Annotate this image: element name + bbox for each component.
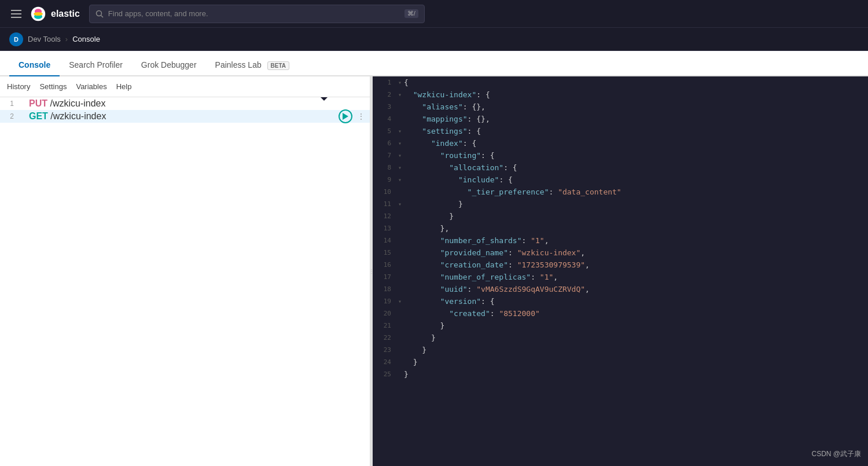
json-line-6: 6 ▾ "index": { <box>373 137 868 149</box>
hamburger-button[interactable] <box>7 5 25 23</box>
svg-rect-1 <box>11 13 21 14</box>
tab-console[interactable]: Console <box>9 54 60 76</box>
main-layout: History Settings Variables Help 1 PUT /w… <box>0 76 868 466</box>
history-button[interactable]: History <box>7 82 30 91</box>
breadcrumb-bar: D Dev Tools › Console <box>0 28 868 51</box>
breadcrumb-console: Console <box>72 35 100 43</box>
help-button[interactable]: Help <box>116 82 132 91</box>
editor-line-1: 1 PUT /wzkicu-index <box>0 97 370 110</box>
search-shortcut: ⌘/ <box>404 9 418 18</box>
tab-painless-lab[interactable]: Painless Lab BETA <box>206 54 299 76</box>
svg-rect-0 <box>11 10 21 11</box>
elastic-logo[interactable]: elastic <box>30 6 80 22</box>
json-line-18: 18 "uuid": "vMA6SzzdS9GqAV9uCZRVdQ", <box>373 283 868 295</box>
json-line-3: 3 "aliases": {}, <box>373 101 868 113</box>
json-line-23: 23 } <box>373 344 868 356</box>
elastic-logo-text: elastic <box>51 9 80 19</box>
svg-line-8 <box>101 15 103 17</box>
json-line-13: 13 }, <box>373 222 868 234</box>
json-line-15: 15 "provided_name": "wzkicu-index", <box>373 247 868 259</box>
user-avatar: D <box>9 32 23 46</box>
global-search-bar[interactable]: Find apps, content, and more. ⌘/ <box>89 5 425 23</box>
top-nav: elastic Find apps, content, and more. ⌘/ <box>0 0 868 28</box>
json-line-9: 9 ▾ "include": { <box>373 174 868 186</box>
json-line-24: 24 } <box>373 356 868 368</box>
json-line-25: 25 } <box>373 368 868 380</box>
json-line-14: 14 "number_of_shards": "1", <box>373 234 868 247</box>
json-line-19: 19 ▾ "version": { <box>373 295 868 307</box>
breadcrumb-separator: › <box>65 35 68 43</box>
svg-marker-9 <box>343 113 348 120</box>
line-number-2: 2 <box>0 112 19 120</box>
method-put: PUT <box>29 98 47 108</box>
json-line-16: 16 "creation_date": "1723530979539", <box>373 259 868 271</box>
path-2: /wzkicu-index <box>50 111 106 121</box>
json-line-11: 11 ▾ } <box>373 198 868 210</box>
json-line-20: 20 "created": "8512000" <box>373 307 868 320</box>
svg-rect-2 <box>11 17 21 18</box>
json-line-10: 10 "_tier_preference": "data_content" <box>373 186 868 198</box>
json-line-2: 2 ▾ "wzkicu-index": { <box>373 89 868 101</box>
json-line-8: 8 ▾ "allocation": { <box>373 162 868 174</box>
path-1: /wzkicu-index <box>50 98 105 108</box>
editor-line-2: 2 GET /wzkicu-index Click to send reques… <box>0 110 370 123</box>
tooltip-container: Click to send request <box>339 109 352 123</box>
line-content-2: GET /wzkicu-index <box>27 111 370 122</box>
more-options-button[interactable]: ⋮ <box>357 112 365 121</box>
left-panel: History Settings Variables Help 1 PUT /w… <box>0 76 370 466</box>
json-line-21: 21 } <box>373 320 868 332</box>
search-bar-placeholder: Find apps, content, and more. <box>108 9 400 18</box>
settings-button[interactable]: Settings <box>39 82 67 91</box>
watermark: CSDN @武子康 <box>811 449 861 459</box>
json-line-12: 12 } <box>373 210 868 222</box>
tab-bar: Console Search Profiler Grok Debugger Pa… <box>0 51 868 76</box>
tab-search-profiler[interactable]: Search Profiler <box>60 54 132 76</box>
editor-toolbar: History Settings Variables Help <box>0 76 370 97</box>
json-line-7: 7 ▾ "routing": { <box>373 149 868 162</box>
editor-area[interactable]: 1 PUT /wzkicu-index 2 GET /wzkicu-index <box>0 97 370 466</box>
method-get: GET <box>29 111 48 121</box>
json-line-1: 1 ▾ { <box>373 76 868 89</box>
json-line-22: 22 } <box>373 332 868 344</box>
beta-badge: BETA <box>267 61 289 70</box>
line-number-1: 1 <box>0 100 19 108</box>
search-icon <box>95 10 104 18</box>
json-line-5: 5 ▾ "settings": { <box>373 125 868 137</box>
json-output-panel[interactable]: 1 ▾ { 2 ▾ "wzkicu-index": { 3 "aliases":… <box>373 76 868 466</box>
tab-grok-debugger[interactable]: Grok Debugger <box>132 54 206 76</box>
line-content-1: PUT /wzkicu-index <box>27 98 370 109</box>
run-button[interactable] <box>339 109 352 123</box>
json-line-17: 17 "number_of_replicas": "1", <box>373 271 868 283</box>
json-line-4: 4 "mappings": {}, <box>373 113 868 125</box>
breadcrumb-devtools[interactable]: Dev Tools <box>28 35 61 43</box>
variables-button[interactable]: Variables <box>76 82 106 91</box>
svg-point-6 <box>34 12 43 15</box>
svg-point-7 <box>96 10 101 16</box>
